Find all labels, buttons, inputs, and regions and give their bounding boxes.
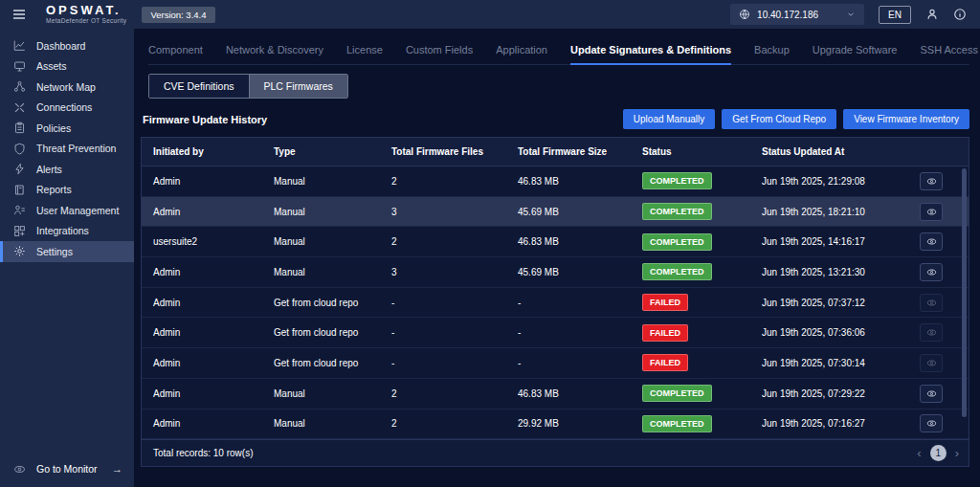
sidebar-item-settings[interactable]: Settings [0,241,134,262]
tab-component[interactable]: Component [148,38,203,64]
brand-name: OPSWAT. [46,4,126,16]
brand-logo: OPSWAT. MetaDefender OT Security [46,4,126,25]
cell-status-updated-at: Jun 19th 2025, 21:29:08 [762,176,920,187]
status-badge: COMPLETED [642,385,712,402]
table-row: AdminGet from cloud repo--FAILEDJun 19th… [142,288,969,319]
cell-type: Get from cloud repo [274,358,391,368]
cell-status-updated-at: Jun 19th 2025, 07:29:22 [762,388,920,399]
tab-custom-fields[interactable]: Custom Fields [406,38,473,64]
assets-icon [13,60,26,73]
status-badge: FAILED [642,294,688,311]
tab-application[interactable]: Application [496,38,547,64]
subtab-plc-firmwares[interactable]: PLC Firmwares [249,75,347,98]
cell-status-updated-at: Jun 19th 2025, 07:30:14 [762,358,920,368]
view-details-button[interactable] [920,385,943,403]
view-details-button[interactable] [920,294,943,312]
cell-size: - [518,327,642,338]
sidebar-item-label: User Management [36,205,119,216]
sidebar-item-threat-prevention[interactable]: Threat Prevention [0,139,134,160]
cell-type: Manual [274,267,391,277]
sidebar-item-dashboard[interactable]: Dashboard [0,35,134,56]
sidebar-item-label: Alerts [36,164,62,175]
view-details-button[interactable] [920,203,943,221]
table-row: AdminManual229.92 MBCOMPLETEDJun 19th 20… [142,410,969,440]
integrations-icon [13,225,26,237]
get-from-cloud-repo-button[interactable]: Get From Cloud Repo [722,109,836,129]
language-button[interactable]: EN [879,6,911,24]
column-header-type: Type [274,146,391,157]
dashboard-icon [13,39,26,52]
view-details-button[interactable] [920,172,943,190]
menu-icon[interactable] [11,7,27,22]
go-to-monitor[interactable]: Go to Monitor → [0,458,134,479]
view-firmware-inventory-button[interactable]: View Firmware Inventory [843,109,969,129]
cell-status-updated-at: Jun 19th 2025, 07:36:06 [762,327,920,338]
status-badge: COMPLETED [642,233,712,251]
cell-files: 3 [391,207,518,217]
tab-license[interactable]: License [346,38,383,64]
status-badge: FAILED [642,324,688,342]
policies-icon [13,122,26,134]
cell-initiated-by: Admin [153,388,274,399]
prev-page-button[interactable]: ‹ [917,446,921,460]
column-header-status: Status [642,146,762,157]
cell-initiated-by: Admin [153,327,274,338]
ip-value: 10.40.172.186 [757,10,818,20]
cell-initiated-by: usersuite2 [153,236,274,247]
subtab-cve-definitions[interactable]: CVE Definitions [149,75,249,98]
cell-size: 45.69 MB [518,207,642,217]
eye-icon [13,463,26,476]
sidebar-item-user-management[interactable]: User Management [0,200,134,221]
cell-files: - [391,358,518,368]
user-icon[interactable] [925,8,939,21]
sidebar: DashboardAssetsNetwork MapConnectionsPol… [0,29,134,487]
table-row: AdminManual345.69 MBCOMPLETEDJun 19th 20… [142,257,969,288]
user-management-icon [13,204,26,216]
table-scrollbar[interactable] [962,168,967,439]
table-row: AdminGet from cloud repo--FAILEDJun 19th… [142,348,969,379]
tab-ssh-access-management[interactable]: SSH Access Management [920,38,980,64]
view-details-button[interactable] [920,354,943,372]
table-body: AdminManual246.83 MBCOMPLETEDJun 19th 20… [142,166,969,439]
cell-initiated-by: Admin [153,176,274,187]
tab-network-discovery[interactable]: Network & Discovery [226,38,323,64]
cell-type: Manual [274,388,391,399]
cell-size: 45.69 MB [518,267,642,277]
view-details-button[interactable] [920,323,943,342]
cell-type: Get from cloud repo [274,327,391,338]
total-records: Total records: 10 row(s) [153,448,253,458]
table-row: AdminManual345.69 MBCOMPLETEDJun 19th 20… [142,197,969,228]
tab-backup[interactable]: Backup [754,38,790,64]
sidebar-item-connections[interactable]: Connections [0,98,134,119]
cell-initiated-by: Admin [153,207,274,217]
tab-upgrade-software[interactable]: Upgrade Software [813,38,898,64]
cell-status-updated-at: Jun 19th 2025, 14:16:17 [762,236,920,247]
info-icon[interactable] [953,8,967,21]
view-details-button[interactable] [920,232,943,251]
current-page[interactable]: 1 [930,445,947,461]
sidebar-item-network-map[interactable]: Network Map [0,77,134,98]
tab-update-signatures-definitions[interactable]: Update Signatures & Definitions [570,38,731,65]
view-details-button[interactable] [920,263,943,281]
cell-size: - [518,298,642,308]
pagination: ‹ 1 › [917,445,959,461]
cell-files: 2 [391,388,518,399]
sidebar-item-policies[interactable]: Policies [0,118,134,139]
cell-type: Manual [274,176,391,187]
sidebar-item-reports[interactable]: Reports [0,180,134,201]
table-header: Initiated byTypeTotal Firmware FilesTota… [142,138,969,166]
threat-prevention-icon [13,143,26,155]
cell-files: - [391,298,518,308]
sidebar-item-alerts[interactable]: Alerts [0,159,134,180]
ip-selector[interactable]: 10.40.172.186 [730,4,864,25]
view-details-button[interactable] [920,414,943,432]
sidebar-item-assets[interactable]: Assets [0,56,134,77]
content-header: Firmware Update History Upload ManuallyG… [143,109,969,129]
upload-manually-button[interactable]: Upload Manually [623,109,716,129]
sidebar-item-integrations[interactable]: Integrations [0,221,134,242]
status-badge: FAILED [642,354,688,371]
cell-size: - [518,358,642,368]
next-page-button[interactable]: › [955,446,959,460]
sidebar-item-label: Network Map [36,81,96,93]
sidebar-item-label: Assets [36,60,67,72]
